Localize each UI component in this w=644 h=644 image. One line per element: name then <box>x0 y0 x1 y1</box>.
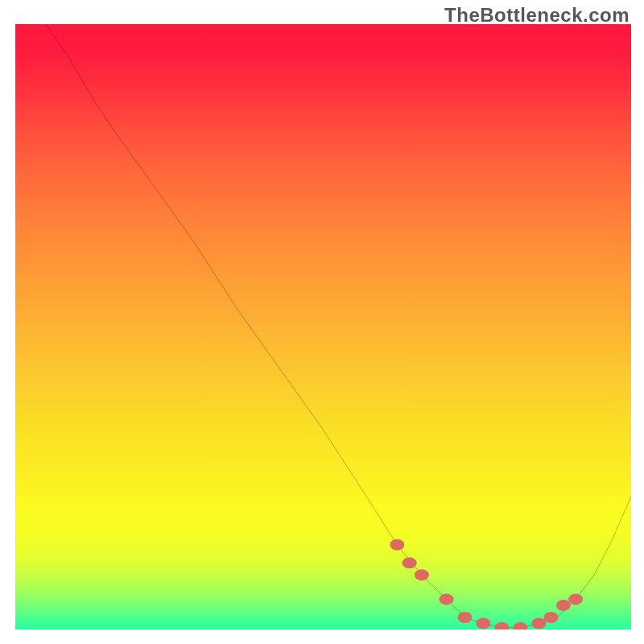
curve-marker <box>513 622 527 630</box>
curve-marker <box>556 600 571 611</box>
curve-marker <box>440 593 454 605</box>
watermark-text: TheBottleneck.com <box>444 4 630 27</box>
curve-marker <box>402 557 417 568</box>
curve-marker <box>390 539 404 551</box>
curve-marker <box>531 618 546 630</box>
curve-marker <box>544 612 559 623</box>
curve-marker <box>457 612 472 623</box>
chart-curve <box>15 24 631 630</box>
curve-marker <box>568 593 583 605</box>
curve-marker <box>494 622 509 630</box>
chart-plot-area <box>15 24 631 630</box>
chart-markers <box>15 24 631 630</box>
curve-marker <box>415 569 429 580</box>
curve-marker <box>476 618 490 630</box>
chart-root: TheBottleneck.com <box>0 0 644 644</box>
